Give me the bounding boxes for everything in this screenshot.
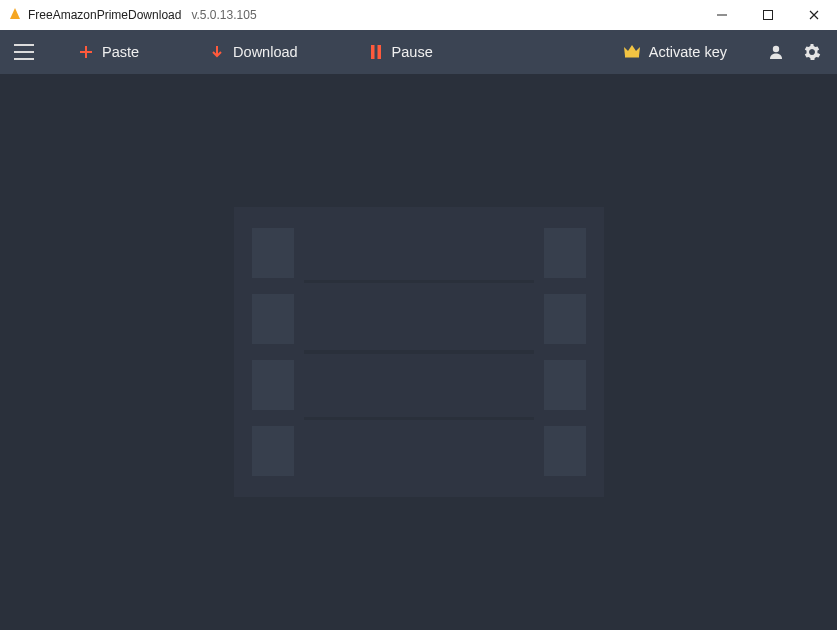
hamburger-menu-button[interactable] xyxy=(10,38,38,66)
pause-icon xyxy=(368,44,384,60)
user-account-button[interactable] xyxy=(761,37,791,67)
svg-rect-4 xyxy=(14,58,34,60)
svg-rect-6 xyxy=(377,45,381,59)
main-content-area xyxy=(0,74,837,630)
paste-label: Paste xyxy=(102,44,139,60)
paste-button[interactable]: Paste xyxy=(78,44,139,60)
download-arrow-icon xyxy=(209,44,225,60)
pause-label: Pause xyxy=(392,44,433,60)
svg-rect-7 xyxy=(625,56,639,58)
svg-rect-3 xyxy=(14,51,34,53)
svg-rect-5 xyxy=(371,45,375,59)
settings-button[interactable] xyxy=(797,37,827,67)
maximize-button[interactable] xyxy=(745,0,791,30)
crown-icon xyxy=(623,44,641,61)
svg-point-8 xyxy=(773,46,779,52)
svg-rect-2 xyxy=(14,44,34,46)
activate-key-button[interactable]: Activate key xyxy=(623,44,727,61)
app-version: v.5.0.13.105 xyxy=(191,8,256,22)
download-label: Download xyxy=(233,44,298,60)
empty-state-film-icon xyxy=(234,207,604,497)
app-title: FreeAmazonPrimeDownload xyxy=(28,8,181,22)
svg-rect-1 xyxy=(764,11,773,20)
app-logo-icon xyxy=(8,7,22,24)
close-button[interactable] xyxy=(791,0,837,30)
titlebar: FreeAmazonPrimeDownload v.5.0.13.105 xyxy=(0,0,837,30)
titlebar-left: FreeAmazonPrimeDownload v.5.0.13.105 xyxy=(8,7,257,24)
toolbar: Paste Download Pause Activate key xyxy=(0,30,837,74)
svg-rect-0 xyxy=(717,15,727,16)
minimize-button[interactable] xyxy=(699,0,745,30)
plus-icon xyxy=(78,44,94,60)
download-button[interactable]: Download xyxy=(209,44,298,60)
pause-button[interactable]: Pause xyxy=(368,44,433,60)
window-controls xyxy=(699,0,837,30)
activate-label: Activate key xyxy=(649,44,727,60)
